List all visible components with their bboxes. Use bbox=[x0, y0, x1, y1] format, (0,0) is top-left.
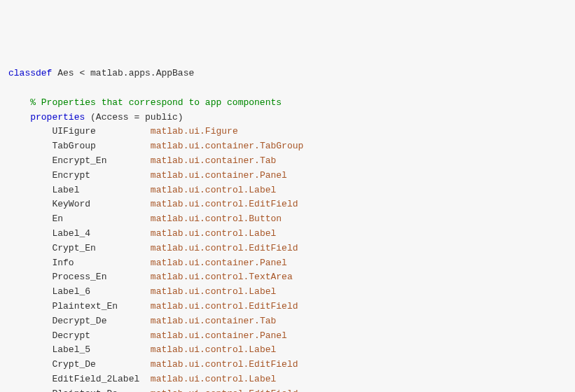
code-block: classdef Aes < matlab.apps.AppBase % Pro… bbox=[8, 66, 567, 392]
property-type: matlab.ui.control.Label bbox=[151, 286, 276, 297]
indent bbox=[8, 199, 52, 209]
indent bbox=[8, 330, 52, 341]
properties-access: (Access = public) bbox=[85, 112, 183, 122]
property-type: matlab.ui.container.Tab bbox=[151, 316, 276, 326]
property-type: matlab.ui.container.Panel bbox=[151, 330, 287, 341]
property-type: matlab.ui.control.EditField bbox=[151, 388, 298, 392]
indent bbox=[8, 170, 52, 181]
property-name: Decrypt_De bbox=[52, 316, 150, 326]
property-name: Plaintext_De bbox=[52, 388, 150, 392]
property-type: matlab.ui.control.Label bbox=[151, 344, 276, 355]
property-name: Crypt_De bbox=[52, 359, 150, 370]
keyword-properties: properties bbox=[30, 112, 85, 122]
property-name: KeyWord bbox=[52, 199, 150, 209]
indent bbox=[8, 388, 52, 392]
property-name: TabGroup bbox=[52, 141, 150, 151]
indent bbox=[8, 344, 52, 355]
property-type: matlab.ui.control.Label bbox=[151, 228, 276, 239]
property-name: Decrypt bbox=[52, 330, 150, 341]
indent bbox=[8, 112, 30, 122]
property-type: matlab.ui.control.EditField bbox=[151, 301, 298, 312]
property-type: matlab.ui.control.EditField bbox=[151, 243, 298, 253]
class-decl-text: Aes < matlab.apps.AppBase bbox=[52, 68, 194, 78]
comment-line: % Properties that correspond to app comp… bbox=[30, 97, 282, 108]
property-name: Info bbox=[52, 258, 150, 268]
property-type: matlab.ui.control.EditField bbox=[151, 359, 298, 370]
property-type: matlab.ui.container.Tab bbox=[151, 155, 276, 166]
property-name: Label_5 bbox=[52, 344, 150, 355]
property-name: Encrypt bbox=[52, 170, 150, 181]
property-name: Crypt_En bbox=[52, 243, 150, 253]
indent bbox=[8, 301, 52, 312]
keyword-classdef: classdef bbox=[8, 68, 52, 78]
indent bbox=[8, 286, 52, 297]
property-name: EditField_2Label bbox=[52, 374, 150, 384]
indent bbox=[8, 272, 52, 282]
indent bbox=[8, 97, 30, 108]
indent bbox=[8, 126, 52, 136]
indent bbox=[8, 228, 52, 239]
indent bbox=[8, 243, 52, 253]
property-name: UIFigure bbox=[52, 126, 150, 136]
property-name: Label_6 bbox=[52, 286, 150, 297]
indent bbox=[8, 258, 52, 268]
property-name: Label_4 bbox=[52, 228, 150, 239]
indent bbox=[8, 374, 52, 384]
property-type: matlab.ui.control.EditField bbox=[151, 199, 298, 209]
property-type: matlab.ui.control.Label bbox=[151, 185, 276, 195]
indent bbox=[8, 359, 52, 370]
property-type: matlab.ui.Figure bbox=[151, 126, 238, 136]
indent bbox=[8, 155, 52, 166]
property-type: matlab.ui.control.TextArea bbox=[151, 272, 293, 282]
property-name: Label bbox=[52, 185, 150, 195]
property-name: En bbox=[52, 214, 150, 224]
property-type: matlab.ui.control.Label bbox=[151, 374, 276, 384]
property-type: matlab.ui.container.Panel bbox=[151, 258, 287, 268]
property-type: matlab.ui.control.Button bbox=[151, 214, 282, 224]
indent bbox=[8, 214, 52, 224]
indent bbox=[8, 141, 52, 151]
property-name: Encrypt_En bbox=[52, 155, 150, 166]
property-type: matlab.ui.container.TabGroup bbox=[151, 141, 303, 151]
property-name: Plaintext_En bbox=[52, 301, 150, 312]
indent bbox=[8, 316, 52, 326]
property-name: Process_En bbox=[52, 272, 150, 282]
indent bbox=[8, 185, 52, 195]
property-type: matlab.ui.container.Panel bbox=[151, 170, 287, 181]
